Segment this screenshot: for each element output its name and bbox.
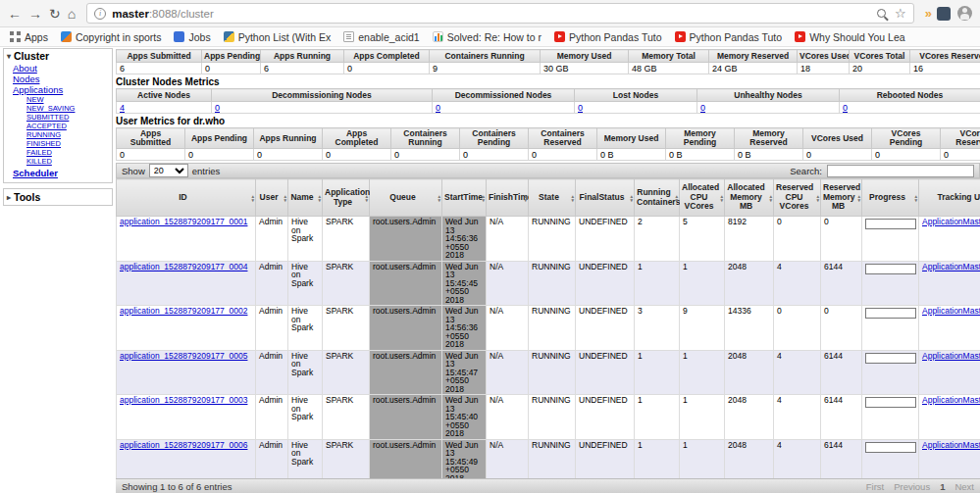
sidebar-item-submitted[interactable]: SUBMITTED	[26, 113, 109, 122]
application-id-link[interactable]: application_1528879209177_0003	[120, 395, 247, 405]
col-header-allocated-memory-mb[interactable]: Allocated Memory MB▴▾	[725, 179, 774, 217]
sidebar-cluster-header[interactable]: ▾ Cluster	[7, 50, 109, 62]
metric-link-lost-nodes[interactable]: 0	[578, 103, 583, 113]
sidebar-item-finished[interactable]: FINISHED	[26, 139, 109, 148]
tracking-ui-link[interactable]: ApplicationMaster	[922, 306, 980, 316]
cell-queue: root.users.Admin	[370, 395, 442, 440]
sort-icon: ▴▾	[365, 193, 368, 202]
search-label: Search:	[790, 166, 822, 176]
address-bar[interactable]: i master:8088/cluster ☆	[86, 3, 914, 24]
page-button-first[interactable]: First	[866, 481, 884, 492]
col-header-apps-pending: Apps Pending	[185, 128, 254, 149]
bookmark-why-should-you-lea[interactable]: Why Should You Lea	[795, 31, 905, 43]
col-header-reserved-memory-mb[interactable]: Reserved Memory MB▴▾	[821, 179, 862, 217]
chevron-right-icon: ▸	[7, 193, 11, 202]
metric-link-rebooted-nodes[interactable]: 0	[843, 103, 848, 113]
cell-reserved-memory-mb: 0	[821, 306, 862, 351]
sidebar-item-new-saving[interactable]: NEW_SAVING	[26, 104, 109, 113]
application-id-link[interactable]: application_1528879209177_0004	[120, 262, 247, 271]
bookmark-copyright-in-sports[interactable]: Copyright in sports	[61, 31, 162, 43]
col-header-id[interactable]: ID▴▾	[117, 179, 256, 217]
bookmark-solved-re-how-to-r[interactable]: Solved: Re: How to r	[433, 31, 542, 43]
bookmark-jobs[interactable]: Jobs	[174, 31, 210, 43]
sort-icon: ▴▾	[816, 193, 819, 202]
metric-link-unhealthy-nodes[interactable]: 0	[700, 103, 705, 113]
application-id-link[interactable]: application_1528879209177_0005	[120, 351, 247, 361]
col-header-application-type[interactable]: Application Type▴▾	[323, 179, 370, 217]
col-header-state[interactable]: State▴▾	[529, 179, 576, 217]
col-header-finishtime[interactable]: FinishTime▴▾	[487, 179, 529, 217]
application-row: application_1528879209177_0006AdminHive …	[117, 439, 980, 484]
metric-containers-running: 0	[391, 149, 460, 161]
page-button-next[interactable]: Next	[954, 481, 974, 492]
back-icon[interactable]: ←	[8, 7, 22, 21]
sidebar-item-accepted[interactable]: ACCEPTED	[26, 122, 109, 130]
col-header-user[interactable]: User▴▾	[256, 179, 288, 217]
home-icon[interactable]: ⌂	[68, 7, 76, 21]
col-header-reserved-cpu-vcores[interactable]: Reserved CPU VCores▴▾	[774, 179, 821, 217]
metric-link-decommissioning-nodes[interactable]: 0	[215, 103, 220, 113]
profile-icon[interactable]	[957, 6, 972, 21]
tracking-ui-link[interactable]: ApplicationMaster	[922, 351, 980, 361]
page-size-select[interactable]: 20	[149, 164, 188, 177]
page-button-previous[interactable]: Previous	[894, 481, 930, 492]
col-header-starttime[interactable]: StartTime▴▾	[442, 179, 487, 217]
sidebar-tools-header[interactable]: ▸ Tools	[3, 188, 113, 206]
bookmark-enable-acid1[interactable]: enable_acid1	[343, 31, 419, 43]
search-icon[interactable]	[877, 9, 886, 18]
application-row: application_1528879209177_0003AdminHive …	[117, 395, 980, 440]
col-header-allocated-cpu-vcores[interactable]: Allocated CPU VCores▴▾	[680, 179, 725, 217]
application-id-link[interactable]: application_1528879209177_0006	[120, 440, 247, 450]
metric-active-nodes: 4	[117, 102, 212, 114]
bookmark-label: Python Pandas Tuto	[690, 31, 783, 43]
page-button-1[interactable]: 1	[940, 481, 945, 492]
cell-final-status: UNDEFINED	[576, 261, 635, 306]
showing-entries-text: Showing 1 to 6 of 6 entries	[122, 481, 232, 492]
sidebar-item-killed[interactable]: KILLED	[26, 157, 109, 166]
tracking-ui-link[interactable]: ApplicationMaster	[922, 440, 980, 450]
col-header-vcores-used: VCores Used	[798, 50, 850, 63]
sidebar-item-failed[interactable]: FAILED	[26, 148, 109, 157]
sidebar-item-nodes[interactable]: Nodes	[13, 74, 109, 84]
table-search-input[interactable]	[827, 165, 974, 177]
metric-link-active-nodes[interactable]: 4	[120, 103, 125, 113]
bookmark-star-icon[interactable]: ☆	[895, 7, 906, 20]
cluster-nodes-metrics-title: Cluster Nodes Metrics	[116, 76, 980, 87]
col-header-label: Tracking UI	[938, 192, 980, 202]
col-header-tracking-ui[interactable]: Tracking UI▴▾	[919, 179, 980, 217]
forward-icon[interactable]: →	[28, 7, 42, 21]
document-icon	[343, 31, 354, 42]
col-header-finalstatus[interactable]: FinalStatus▴▾	[576, 179, 635, 217]
col-header-queue[interactable]: Queue▴▾	[370, 179, 442, 217]
metric-link-decommissioned-nodes[interactable]: 0	[436, 103, 440, 113]
refresh-icon[interactable]: ↻	[49, 7, 61, 21]
tracking-ui-link[interactable]: ApplicationMaster	[922, 217, 980, 226]
metric-memory-reserved: 24 GB	[709, 63, 798, 74]
sports-icon	[61, 31, 72, 42]
cell-allocated-cpu-vcores: 9	[680, 306, 725, 351]
bookmark-apps[interactable]: Apps	[10, 31, 48, 43]
cell-finish-time: N/A	[487, 395, 529, 440]
application-id-link[interactable]: application_1528879209177_0002	[120, 306, 247, 316]
tracking-ui-link[interactable]: ApplicationMaster	[922, 395, 980, 405]
extension-icon[interactable]	[937, 7, 951, 21]
application-id-link[interactable]: application_1528879209177_0001	[120, 217, 247, 226]
sidebar-item-new[interactable]: NEW	[26, 95, 109, 104]
bookmark-python-list-with-ex[interactable]: Python List (With Ex	[224, 31, 332, 43]
sidebar-item-applications[interactable]: Applications	[13, 84, 109, 95]
sort-icon: ▴▾	[438, 193, 440, 202]
bookmarks-overflow-icon[interactable]: »	[925, 6, 930, 21]
bookmark-python-pandas-tuto[interactable]: Python Pandas Tuto	[675, 31, 783, 43]
cell-user: Admin	[256, 217, 288, 262]
sidebar-item-scheduler[interactable]: Scheduler	[13, 168, 109, 178]
bookmark-python-pandas-tuto[interactable]: Python Pandas Tuto	[554, 31, 662, 43]
sidebar-item-running[interactable]: RUNNING	[26, 130, 109, 139]
col-header-running-containers[interactable]: Running Containers▴▾	[635, 179, 680, 217]
site-info-icon[interactable]: i	[94, 8, 106, 20]
tracking-ui-link[interactable]: ApplicationMaster	[922, 262, 980, 271]
col-header-progress[interactable]: Progress▴▾	[862, 179, 919, 217]
sidebar-item-about[interactable]: About	[13, 63, 109, 74]
col-header-name[interactable]: Name▴▾	[288, 179, 323, 217]
progress-bar	[865, 442, 916, 453]
browser-chrome: ← → ↻ ⌂ i master:8088/cluster ☆ » AppsCo…	[0, 0, 980, 47]
